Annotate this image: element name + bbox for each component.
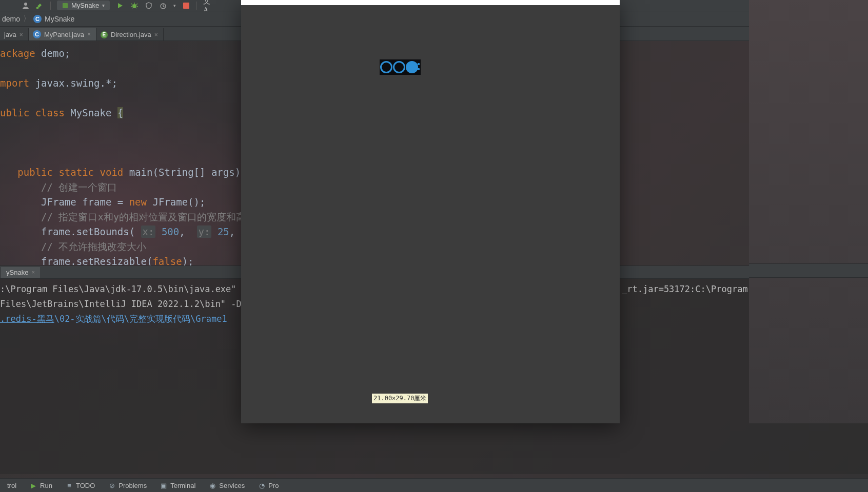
close-icon[interactable]: ×: [154, 31, 158, 38]
svg-point-0: [24, 3, 27, 6]
services-icon: ◉: [209, 482, 216, 489]
run-tab[interactable]: ySnake ×: [1, 267, 40, 278]
translate-icon[interactable]: 文A: [203, 2, 211, 10]
tool-label: Pro: [268, 482, 279, 489]
tool-button-terminal[interactable]: ▣ Terminal: [154, 479, 202, 492]
close-icon[interactable]: ×: [31, 269, 34, 275]
terminal-icon: ▣: [160, 482, 167, 489]
right-background-strip: [749, 0, 868, 423]
svg-point-3: [132, 4, 136, 8]
editor-tab[interactable]: E Direction.java ×: [96, 28, 164, 40]
snake-sprite: [380, 59, 421, 75]
tool-button-vcs[interactable]: trol: [1, 479, 23, 492]
tooltip-text: 21.00×29.70厘米: [373, 395, 426, 402]
tab-label: java: [4, 31, 16, 38]
editor-tab[interactable]: java ×: [0, 28, 29, 40]
close-icon[interactable]: ×: [87, 31, 91, 38]
profiler-icon: ◔: [258, 482, 265, 489]
tool-button-services[interactable]: ◉ Services: [203, 479, 251, 492]
tool-button-profiler[interactable]: ◔ Pro: [252, 479, 285, 492]
toolbar-separator: [196, 2, 197, 10]
tab-label: MyPanel.java: [44, 31, 84, 38]
app-icon: [62, 3, 68, 9]
chevron-down-icon: ▾: [102, 3, 105, 8]
tool-label: Run: [40, 482, 52, 489]
tab-label: Direction.java: [111, 31, 151, 38]
tool-label: TODO: [76, 482, 95, 489]
tool-button-todo[interactable]: ≡ TODO: [60, 479, 101, 492]
snake-app-window[interactable]: 21.00×29.70厘米: [241, 0, 620, 423]
tool-label: Problems: [119, 482, 147, 489]
breadcrumb-segment[interactable]: MySnake: [45, 15, 74, 23]
breadcrumb-segment[interactable]: demo: [2, 15, 20, 23]
app-titlebar[interactable]: [241, 0, 620, 5]
debug-icon[interactable]: [130, 2, 139, 10]
hammer-build-icon[interactable]: [36, 2, 44, 10]
snake-body-segment: [380, 61, 392, 73]
run-config-label: MySnake: [71, 2, 99, 9]
coverage-icon[interactable]: [145, 2, 153, 10]
class-file-icon: C: [33, 30, 41, 38]
stop-icon[interactable]: [182, 2, 190, 10]
snake-head: [406, 61, 418, 73]
bottom-tool-bar: trol ▶ Run ≡ TODO ⊘ Problems ▣ Terminal …: [0, 478, 868, 492]
run-icon[interactable]: [116, 2, 124, 10]
enum-file-icon: E: [101, 31, 108, 38]
class-file-icon: C: [33, 15, 42, 23]
user-icon[interactable]: [22, 2, 30, 10]
warning-icon: ⊘: [108, 482, 115, 489]
tool-button-run[interactable]: ▶ Run: [24, 479, 58, 492]
close-icon[interactable]: ×: [19, 31, 23, 38]
tool-label: Services: [219, 482, 245, 489]
chevron-down-icon[interactable]: ▾: [173, 3, 176, 8]
app-canvas[interactable]: 21.00×29.70厘米: [241, 5, 620, 423]
snake-body-segment: [393, 61, 405, 73]
list-icon: ≡: [66, 482, 73, 489]
profiler-icon[interactable]: [159, 2, 167, 10]
editor-tab[interactable]: C MyPanel.java ×: [29, 28, 96, 40]
tool-label: trol: [7, 482, 16, 489]
play-icon: ▶: [30, 482, 37, 489]
svg-rect-2: [63, 3, 68, 8]
toolbar-separator: [50, 2, 51, 10]
run-tab-label: ySnake: [6, 269, 28, 276]
tool-label: Terminal: [170, 482, 195, 489]
run-config-selector[interactable]: MySnake ▾: [57, 1, 110, 10]
tool-button-problems[interactable]: ⊘ Problems: [102, 479, 153, 492]
size-tooltip: 21.00×29.70厘米: [372, 394, 428, 403]
chevron-right-icon: 〉: [23, 14, 30, 24]
svg-rect-1: [36, 7, 38, 9]
